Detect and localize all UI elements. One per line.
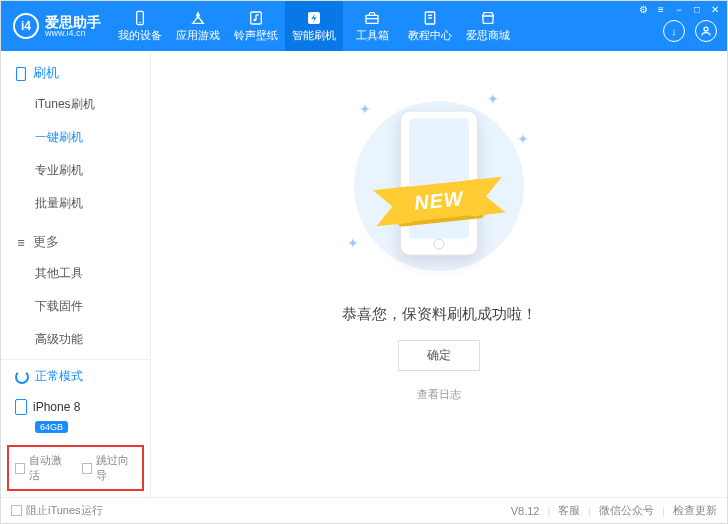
tab-3[interactable]: 智能刷机 <box>285 1 343 51</box>
brand: i4 爱思助手 www.i4.cn <box>1 1 111 51</box>
sidebar-item[interactable]: 高级功能 <box>1 323 150 356</box>
device-row[interactable]: iPhone 8 <box>1 393 150 419</box>
tab-label: 我的设备 <box>118 29 162 43</box>
tab-label: 智能刷机 <box>292 29 336 43</box>
options-box: 自动激活 跳过向导 <box>7 445 144 491</box>
toolbox-icon <box>363 9 381 27</box>
tab-label: 铃声壁纸 <box>234 29 278 43</box>
book-icon <box>421 9 439 27</box>
sidebar-item[interactable]: 一键刷机 <box>1 121 150 154</box>
download-icon[interactable]: ↓ <box>663 20 685 42</box>
device-mode-label: 正常模式 <box>35 368 83 385</box>
header-tabs: 我的设备应用游戏铃声壁纸智能刷机工具箱教程中心爱思商城 <box>111 1 663 51</box>
tab-label: 应用游戏 <box>176 29 220 43</box>
tab-6[interactable]: 爱思商城 <box>459 1 517 51</box>
svg-point-9 <box>704 27 708 31</box>
sidebar-section-title: 更多 <box>33 234 59 251</box>
tab-label: 爱思商城 <box>466 29 510 43</box>
success-illustration: ✦ ✦ ✦ ✦ NEW <box>329 91 549 281</box>
sidebar: 刷机 iTunes刷机一键刷机专业刷机批量刷机 ≡ 更多 其他工具下载固件高级功… <box>1 51 151 497</box>
sidebar-item[interactable]: 其他工具 <box>1 257 150 290</box>
check-update-link[interactable]: 检查更新 <box>673 503 717 518</box>
tab-label: 教程中心 <box>408 29 452 43</box>
brand-url: www.i4.cn <box>45 29 101 38</box>
auto-activate-checkbox[interactable]: 自动激活 <box>15 453 70 483</box>
main-content: ✦ ✦ ✦ ✦ NEW 恭喜您，保资料刷机成功啦！ 确定 查看日志 <box>151 51 727 497</box>
phone-outline-icon <box>15 68 27 80</box>
version-label: V8.12 <box>511 505 540 517</box>
minimize-icon[interactable]: － <box>673 5 685 17</box>
success-message: 恭喜您，保资料刷机成功啦！ <box>342 305 537 324</box>
block-itunes-checkbox[interactable]: 阻止iTunes运行 <box>11 503 103 518</box>
close-icon[interactable]: ✕ <box>709 5 721 17</box>
shop-icon <box>479 9 497 27</box>
sidebar-section-title: 刷机 <box>33 65 59 82</box>
device-mode[interactable]: 正常模式 <box>1 360 150 393</box>
music-icon <box>247 9 265 27</box>
sidebar-section-more[interactable]: ≡ 更多 <box>1 228 150 257</box>
view-log-link[interactable]: 查看日志 <box>417 387 461 402</box>
tab-0[interactable]: 我的设备 <box>111 1 169 51</box>
phone-icon <box>131 9 149 27</box>
apps-icon <box>189 9 207 27</box>
ok-button[interactable]: 确定 <box>398 340 480 371</box>
app-header: i4 爱思助手 www.i4.cn 我的设备应用游戏铃声壁纸智能刷机工具箱教程中… <box>1 1 727 51</box>
skip-wizard-checkbox[interactable]: 跳过向导 <box>82 453 137 483</box>
support-link[interactable]: 客服 <box>558 503 580 518</box>
settings-icon[interactable]: ⚙ <box>637 5 649 17</box>
refresh-icon <box>15 370 29 384</box>
svg-rect-10 <box>17 67 26 80</box>
tab-1[interactable]: 应用游戏 <box>169 1 227 51</box>
wechat-link[interactable]: 微信公众号 <box>599 503 654 518</box>
flash-icon <box>305 9 323 27</box>
sidebar-item[interactable]: 批量刷机 <box>1 187 150 220</box>
list-icon: ≡ <box>15 237 27 249</box>
storage-badge: 64GB <box>35 421 68 433</box>
tab-label: 工具箱 <box>356 29 389 43</box>
tab-2[interactable]: 铃声壁纸 <box>227 1 285 51</box>
sidebar-item[interactable]: iTunes刷机 <box>1 88 150 121</box>
tab-5[interactable]: 教程中心 <box>401 1 459 51</box>
menu-icon[interactable]: ≡ <box>655 5 667 17</box>
phone-icon <box>15 399 27 415</box>
user-icon[interactable] <box>695 20 717 42</box>
status-bar: 阻止iTunes运行 V8.12 | 客服 | 微信公众号 | 检查更新 <box>1 497 727 523</box>
sidebar-section-flash[interactable]: 刷机 <box>1 59 150 88</box>
tab-4[interactable]: 工具箱 <box>343 1 401 51</box>
sidebar-item[interactable]: 专业刷机 <box>1 154 150 187</box>
maximize-icon[interactable]: □ <box>691 5 703 17</box>
sidebar-item[interactable]: 下载固件 <box>1 290 150 323</box>
brand-logo-icon: i4 <box>13 13 39 39</box>
brand-title: 爱思助手 <box>45 15 101 29</box>
device-name: iPhone 8 <box>33 400 80 414</box>
